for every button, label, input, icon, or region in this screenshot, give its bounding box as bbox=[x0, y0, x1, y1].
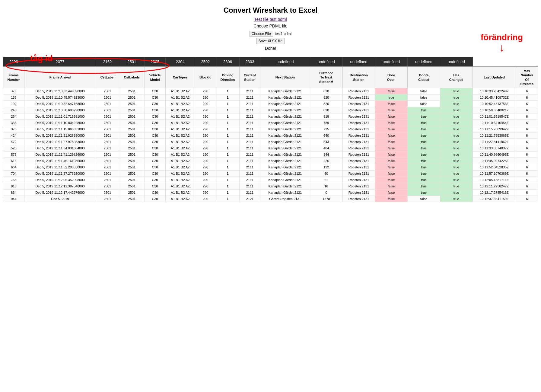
id-cell: undefined bbox=[260, 57, 310, 67]
col-driving-dir: DrivingDirection bbox=[216, 67, 239, 88]
table-cell: A1 B1 B2 A2 bbox=[165, 158, 195, 164]
table-cell: 290 bbox=[195, 107, 216, 113]
table-cell: 2501 bbox=[96, 177, 119, 183]
table-row: 768Dec 5, 2019 11:12:05.3520980002501250… bbox=[3, 177, 538, 183]
table-cell: A1 B1 B2 A2 bbox=[165, 196, 195, 202]
table-cell: 40 bbox=[3, 88, 24, 94]
table-cell: C30 bbox=[145, 171, 165, 177]
table-cell: 290 bbox=[195, 132, 216, 139]
table-cell: Dec 5, 2019 11:11:34.031684000 bbox=[24, 145, 96, 151]
table-cell: 816 bbox=[3, 183, 24, 190]
table-cell: C30 bbox=[145, 94, 165, 101]
col-destination: DestinationStation bbox=[342, 67, 375, 88]
id-cell: 2162 bbox=[96, 57, 119, 67]
table-cell: 2501 bbox=[96, 151, 119, 158]
col-door-open: DoorOpen bbox=[375, 67, 408, 88]
table-cell: C30 bbox=[145, 190, 165, 196]
id-cell: 2502 bbox=[195, 57, 216, 67]
table-cell: 1 bbox=[216, 101, 239, 107]
table-cell: 290 bbox=[195, 196, 216, 202]
table-cell: 2501 bbox=[119, 177, 145, 183]
table-cell: 10:11:45.9974225Z bbox=[473, 158, 516, 164]
table-cell: A1 B1 B2 A2 bbox=[165, 120, 195, 126]
table-cell: false bbox=[375, 196, 408, 202]
table-cell: 6 bbox=[516, 171, 538, 177]
col-current-station: CurrentStation bbox=[240, 67, 260, 88]
table-cell: 2501 bbox=[119, 145, 145, 151]
table-row: 816Dec 5, 2019 11:12:11.3875460002501250… bbox=[3, 183, 538, 190]
table-cell: 10:12:05.1881711Z bbox=[473, 177, 516, 183]
table-cell: false bbox=[375, 158, 408, 164]
table-cell: true bbox=[440, 151, 473, 158]
table-cell: 2111 bbox=[240, 132, 260, 139]
table-cell: Ropsten 2131 bbox=[342, 164, 375, 171]
table-cell: 6 bbox=[516, 183, 538, 190]
table-cell: false bbox=[408, 196, 440, 202]
table-cell: 820 bbox=[310, 107, 342, 113]
table-cell: false bbox=[375, 113, 408, 120]
table-cell: 192 bbox=[3, 101, 24, 107]
table-cell: Karlaplan Gärdet 2121 bbox=[260, 171, 310, 177]
table-cell: Ropsten 2131 bbox=[342, 107, 375, 113]
table-cell: 2501 bbox=[119, 107, 145, 113]
table-cell: 543 bbox=[310, 139, 342, 145]
table-cell: true bbox=[408, 171, 440, 177]
table-cell: C30 bbox=[145, 183, 165, 190]
table-cell: 6 bbox=[516, 196, 538, 202]
table-cell: Dec 5, 2019 11:10:52.647168000 bbox=[24, 101, 96, 107]
test-file-link[interactable]: Test file test.pdml bbox=[0, 17, 541, 22]
table-cell: C30 bbox=[145, 88, 165, 94]
table-cell: 2501 bbox=[119, 151, 145, 158]
table-cell: Karlaplan Gärdet 2121 bbox=[260, 183, 310, 190]
table-cell: 2501 bbox=[96, 190, 119, 196]
table-cell: 136 bbox=[3, 94, 24, 101]
table-cell: 2501 bbox=[96, 132, 119, 139]
table-cell: Dec 5, 2019 11:10:33.449890000 bbox=[24, 88, 96, 94]
table-cell: Dec 5, 2019 11:11:01.715381000 bbox=[24, 113, 96, 120]
table-cell: 226 bbox=[310, 158, 342, 164]
table-cell: 344 bbox=[310, 151, 342, 158]
table-cell: A1 B1 B2 A2 bbox=[165, 107, 195, 113]
table-cell: Dec 5, 2019 bbox=[24, 196, 96, 202]
id-cell: 2305 bbox=[145, 57, 165, 67]
table-cell: 2501 bbox=[96, 113, 119, 120]
table-cell: Dec 5, 2019 11:12:17.442976000 bbox=[24, 190, 96, 196]
table-cell: false bbox=[375, 107, 408, 113]
table-cell: 290 bbox=[195, 139, 216, 145]
table-cell: 290 bbox=[195, 113, 216, 120]
table-cell: 10:10:33.2842249Z bbox=[473, 88, 516, 94]
table-row: 704Dec 5, 2019 11:11:57.2732500002501250… bbox=[3, 171, 538, 177]
table-cell: 1 bbox=[216, 151, 239, 158]
table-cell: true bbox=[440, 164, 473, 171]
table-cell: 6 bbox=[516, 177, 538, 183]
choose-file-button[interactable]: Choose File bbox=[250, 31, 273, 37]
table-cell: Karlaplan Gärdet 2121 bbox=[260, 113, 310, 120]
table-cell: A1 B1 B2 A2 bbox=[165, 132, 195, 139]
table-row: 240Dec 5, 2019 11:10:58.6987900002501250… bbox=[3, 107, 538, 113]
table-cell: 2111 bbox=[240, 151, 260, 158]
save-xlsx-button[interactable]: Save XLSX file bbox=[256, 38, 285, 44]
table-cell: false bbox=[375, 145, 408, 151]
table-cell: 2111 bbox=[240, 145, 260, 151]
table-cell: 10:12:11.2238247Z bbox=[473, 183, 516, 190]
table-cell: true bbox=[440, 158, 473, 164]
table-cell: 2111 bbox=[240, 183, 260, 190]
table-cell: Ropsten 2131 bbox=[342, 177, 375, 183]
table-cell: true bbox=[408, 190, 440, 196]
table-cell: 2501 bbox=[96, 126, 119, 132]
table-cell: 2111 bbox=[240, 177, 260, 183]
table-cell: 2501 bbox=[119, 139, 145, 145]
table-cell: true bbox=[408, 107, 440, 113]
table-cell: Karlaplan Gärdet 2121 bbox=[260, 132, 310, 139]
table-cell: false bbox=[375, 88, 408, 94]
table-cell: true bbox=[408, 183, 440, 190]
table-cell: 2501 bbox=[119, 94, 145, 101]
table-cell: 520 bbox=[3, 145, 24, 151]
table-cell: C30 bbox=[145, 145, 165, 151]
table-cell: 240 bbox=[3, 107, 24, 113]
table-cell: Gärdet Ropsten 2131 bbox=[260, 196, 310, 202]
table-cell: 10:11:21.7653065Z bbox=[473, 132, 516, 139]
col-block-id: BlockId bbox=[195, 67, 216, 88]
table-cell: 1 bbox=[216, 190, 239, 196]
table-cell: 290 bbox=[195, 190, 216, 196]
